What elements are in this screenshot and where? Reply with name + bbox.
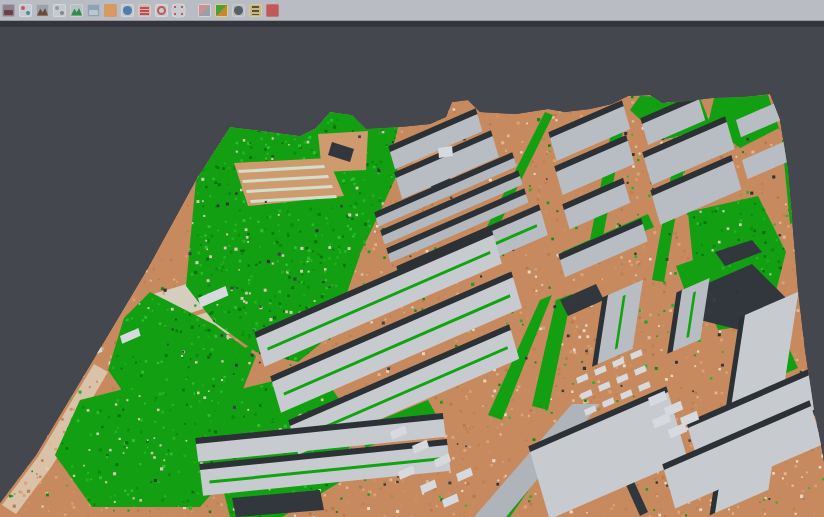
toolbar-icon-terrain-classified[interactable] [70, 4, 83, 17]
toolbar-icon-dark-sphere[interactable] [232, 4, 245, 17]
viewport-3d[interactable] [0, 27, 824, 517]
toolbar-icon-classification-map[interactable] [215, 4, 228, 17]
toolbar-icon-measure-board[interactable] [249, 4, 262, 17]
application-window [0, 0, 824, 517]
toolbar-icon-open-project[interactable] [2, 4, 15, 17]
toolbar-icon-mesh-cube[interactable] [87, 4, 100, 17]
viewport-3d-container [0, 27, 824, 517]
toolbar-icon-ortho-tile[interactable] [104, 4, 117, 17]
toolbar-icon-align-pairs[interactable] [19, 4, 32, 17]
toolbar-icon-globe-view[interactable] [121, 4, 134, 17]
toolbar-icon-clip-box[interactable] [198, 4, 211, 17]
toolbar-icon-layer-list[interactable] [138, 4, 151, 17]
white-detail [438, 146, 453, 158]
toolbar-icon-zoom-fit[interactable] [172, 4, 185, 17]
toolbar-icon-tag-red[interactable] [266, 4, 279, 17]
toolbar-icon-target-circle[interactable] [155, 4, 168, 17]
toolbar-icon-terrain-dem[interactable] [36, 4, 49, 17]
toolbar-icon-point-cloud[interactable] [53, 4, 66, 17]
toolbar [0, 0, 824, 21]
